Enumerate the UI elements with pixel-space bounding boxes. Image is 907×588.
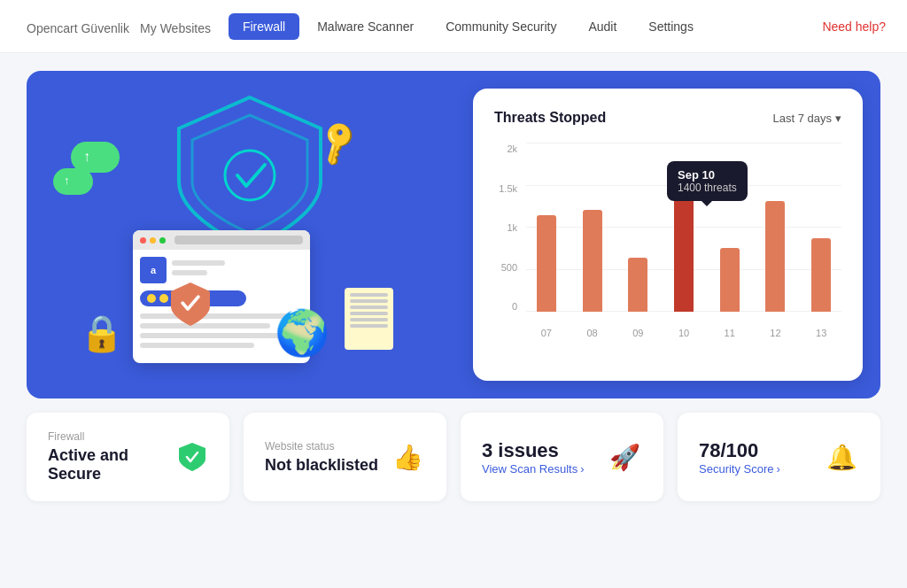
bar-chart: 0 500 1k 1.5k 2k Sep 10 1400 — [494, 143, 841, 338]
score-card-left: 78/100 Security Score › — [699, 439, 780, 476]
y-label-1.5k: 1.5k — [494, 183, 523, 194]
x-label: 08 — [572, 328, 613, 338]
bar[interactable] — [720, 248, 740, 312]
x-label: 12 — [756, 328, 796, 338]
firewall-label: Firewall — [48, 430, 175, 443]
lock-icon: 🔒 — [80, 313, 124, 354]
bar[interactable] — [674, 184, 694, 312]
period-label: Last 7 days — [773, 112, 833, 125]
nav-firewall[interactable]: Firewall — [229, 13, 299, 40]
header: Opencart Güvenlik My Websites Firewall M… — [0, 0, 907, 53]
nav-malware-scanner[interactable]: Malware Scanner — [303, 13, 428, 40]
help-link[interactable]: Need help? — [822, 19, 886, 34]
score-label: Security Score — [699, 462, 774, 476]
bottom-cards: Firewall Active and Secure Website statu… — [27, 413, 880, 501]
security-score-link[interactable]: Security Score › — [699, 462, 780, 476]
chart-bars — [526, 143, 841, 312]
y-axis: 0 500 1k 1.5k 2k — [494, 143, 523, 312]
hero-illustration: a — [27, 71, 473, 398]
bar-group — [756, 143, 796, 312]
x-labels: 07080910111213 — [526, 328, 841, 338]
bar-group — [617, 143, 658, 312]
y-label-500: 500 — [494, 262, 523, 273]
website-status-value: Not blacklisted — [265, 456, 378, 475]
chart-period-selector[interactable]: Last 7 days ▾ — [773, 112, 842, 125]
bar-group — [572, 143, 613, 312]
chart-header: Threats Stopped Last 7 days ▾ — [494, 110, 841, 126]
bar[interactable] — [628, 258, 647, 312]
y-label-1k: 1k — [494, 222, 523, 233]
x-label: 13 — [801, 328, 841, 338]
issues-card-left: 3 issues View Scan Results › — [482, 439, 585, 476]
cloud-icon-2: ↑ — [53, 168, 93, 195]
svg-point-0 — [225, 151, 275, 200]
website-status-left: Website status Not blacklisted — [265, 440, 378, 475]
website-status-label: Website status — [265, 440, 378, 453]
nav-settings[interactable]: Settings — [634, 13, 708, 40]
firewall-card-left: Firewall Active and Secure — [48, 430, 175, 484]
bar-group — [663, 143, 704, 312]
bar[interactable] — [537, 215, 556, 312]
issues-count: 3 issues — [482, 439, 585, 462]
globe-icon: 🌍 — [275, 307, 329, 359]
logo-text: Opencart Güvenlik — [27, 21, 129, 35]
bar[interactable] — [811, 238, 831, 312]
logo: Opencart Güvenlik My Websites — [21, 15, 211, 38]
x-label: 11 — [709, 328, 750, 338]
bar-group — [709, 143, 750, 312]
bar-group — [526, 143, 567, 312]
shield-check-icon — [168, 280, 213, 332]
x-label: 09 — [617, 328, 658, 338]
nav-community-security[interactable]: Community Security — [431, 13, 570, 40]
main-nav: Firewall Malware Scanner Community Secur… — [229, 13, 886, 40]
chevron-down-icon: ▾ — [835, 112, 841, 125]
firewall-status: Active and Secure — [48, 446, 175, 484]
chart-title: Threats Stopped — [494, 110, 606, 126]
alert-icon: 🔔 — [824, 439, 859, 475]
firewall-card: Firewall Active and Secure — [27, 413, 229, 501]
arrow-right-icon-2: › — [777, 462, 780, 476]
security-score-value: 78/100 — [699, 439, 780, 462]
view-scan-results-link[interactable]: View Scan Results › — [482, 462, 585, 476]
bar-group — [801, 143, 841, 312]
hero-section: a — [27, 71, 880, 398]
website-status-card: Website status Not blacklisted 👍 — [244, 413, 446, 501]
nav-audit[interactable]: Audit — [574, 13, 631, 40]
score-card: 78/100 Security Score › 🔔 — [678, 413, 880, 501]
issues-card: 3 issues View Scan Results › 🚀 — [461, 413, 663, 501]
rocket-icon: 🚀 — [607, 439, 642, 475]
bar[interactable] — [583, 210, 602, 312]
y-label-0: 0 — [494, 301, 523, 312]
notepad-icon — [345, 288, 393, 350]
bar[interactable] — [765, 201, 785, 312]
main-content: a — [0, 53, 907, 519]
arrow-right-icon: › — [580, 462, 584, 476]
x-label: 10 — [663, 328, 704, 338]
firewall-shield-icon — [175, 439, 208, 475]
my-websites-label[interactable]: My Websites — [140, 21, 211, 35]
y-label-2k: 2k — [494, 143, 523, 154]
chart-card: Threats Stopped Last 7 days ▾ 0 500 1k 1… — [473, 89, 863, 381]
thumbs-up-icon: 👍 — [390, 439, 425, 475]
x-label: 07 — [526, 328, 567, 338]
scan-results-label: View Scan Results — [482, 462, 578, 476]
